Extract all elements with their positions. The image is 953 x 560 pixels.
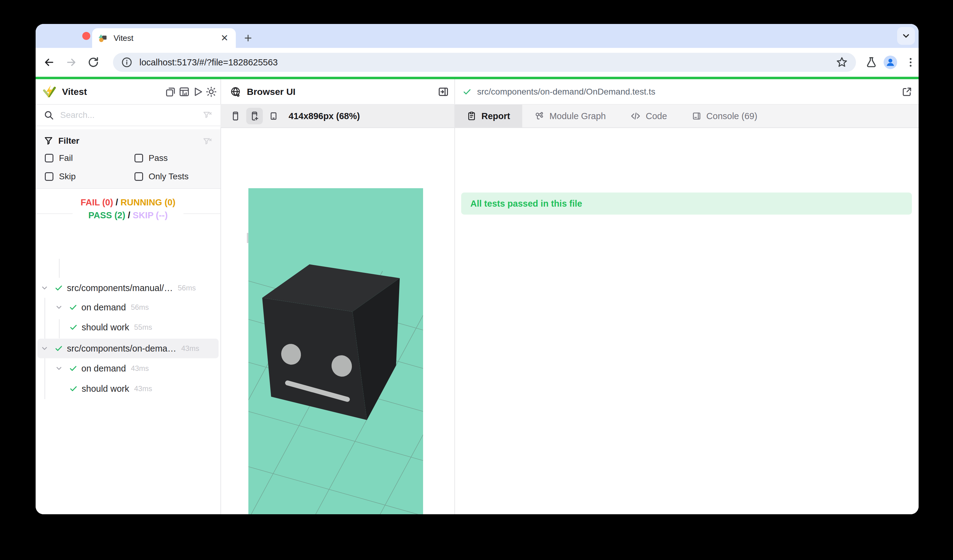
test-progress-strip xyxy=(36,77,919,79)
app-title: Vitest xyxy=(62,87,87,97)
filter-panel: Filter Fail Pass Skip xyxy=(36,129,220,189)
filter-option-fail[interactable]: Fail xyxy=(45,153,73,163)
tab-console[interactable]: Console (69) xyxy=(680,105,770,127)
pass-check-icon xyxy=(66,385,81,393)
robot-cube xyxy=(262,264,400,420)
summary-line-2: PASS (2) / SKIP (--) xyxy=(81,209,175,222)
tab-strip: Vitest ✕ xyxy=(36,24,919,48)
pass-check-icon xyxy=(66,364,80,373)
tab-report[interactable]: Report xyxy=(455,105,522,127)
sidebar-divider[interactable] xyxy=(220,79,221,514)
search-input[interactable] xyxy=(60,110,203,120)
file-pass-check-icon xyxy=(463,87,472,96)
desktop-background: Vitest ✕ xyxy=(0,0,953,560)
filter-title: Filter xyxy=(58,136,79,146)
filter-option-only-tests[interactable]: Only Tests xyxy=(135,172,188,181)
tree-file-row[interactable]: src/components/manual/… 56ms xyxy=(37,278,219,298)
viewport-size-label: 414x896px (68%) xyxy=(289,111,360,121)
filter-option-pass[interactable]: Pass xyxy=(135,153,168,163)
chevron-down-icon[interactable] xyxy=(52,365,66,372)
tree-guide-line xyxy=(59,259,60,278)
collapse-panels-icon[interactable] xyxy=(164,85,177,99)
tree-suite-row[interactable]: on demand 43ms xyxy=(37,358,219,378)
url-text[interactable]: localhost:5173/#/?file=1828625563 xyxy=(140,57,836,68)
pass-check-icon xyxy=(66,323,81,332)
device-phone-icon[interactable] xyxy=(227,108,244,124)
tree-test-row[interactable]: should work 55ms xyxy=(37,318,219,337)
open-in-editor-icon[interactable] xyxy=(900,85,914,99)
browser-ui-header: Browser UI xyxy=(220,79,455,105)
new-tab-button[interactable] xyxy=(241,31,255,45)
tree-suite-row[interactable]: on demand 56ms xyxy=(37,298,219,317)
theme-toggle-icon[interactable] xyxy=(205,85,218,99)
bookmark-star-icon[interactable] xyxy=(836,56,848,68)
only-tests-checkbox[interactable] xyxy=(135,172,143,181)
globe-icon xyxy=(230,86,241,98)
tab-module-graph[interactable]: Module Graph xyxy=(522,105,618,127)
test-file-path: src/components/on-demand/OnDemand.test.t… xyxy=(477,87,655,97)
search-row xyxy=(36,105,220,126)
browser-ui-title: Browser UI xyxy=(247,87,295,97)
vitest-ui: Vitest xyxy=(36,79,919,514)
browser-menu-icon[interactable] xyxy=(904,56,917,69)
filter-option-skip[interactable]: Skip xyxy=(45,172,76,181)
browser-window: Vitest ✕ xyxy=(36,24,919,514)
skip-checkbox[interactable] xyxy=(45,172,53,181)
tab-title: Vitest xyxy=(113,34,219,43)
vitest-logo xyxy=(42,85,56,99)
chevron-down-icon[interactable] xyxy=(37,284,51,292)
results-header: src/components/on-demand/OnDemand.test.t… xyxy=(455,79,919,105)
pass-check-icon xyxy=(51,344,66,353)
sidebar-header: Vitest xyxy=(36,79,220,105)
pass-check-icon xyxy=(51,284,66,292)
vitest-favicon xyxy=(98,33,108,43)
panel-divider[interactable] xyxy=(455,79,455,514)
open-panel-right-icon[interactable] xyxy=(436,85,450,99)
device-phone-plus-icon[interactable] xyxy=(246,108,263,124)
pass-check-icon xyxy=(66,303,80,312)
clear-filters-icon[interactable] xyxy=(203,137,213,146)
browser-preview-canvas[interactable] xyxy=(248,188,423,514)
search-icon xyxy=(43,110,54,120)
all-passed-banner: All tests passed in this file xyxy=(461,192,912,215)
chevron-down-icon[interactable] xyxy=(52,303,66,311)
dashboard-icon[interactable] xyxy=(177,85,191,99)
threejs-robot-scene xyxy=(248,188,423,514)
filter-funnel-icon xyxy=(43,136,53,146)
chevron-down-icon[interactable] xyxy=(37,344,51,352)
experiments-flask-icon[interactable] xyxy=(865,56,878,69)
summary-line-1: FAIL (0) / RUNNING (0) xyxy=(81,196,175,209)
tree-file-row-selected[interactable]: src/components/on-dema… 43ms xyxy=(37,339,219,358)
results-tabs: Report Module Graph Code Console (69) xyxy=(455,105,919,128)
pass-checkbox[interactable] xyxy=(135,154,143,163)
fail-checkbox[interactable] xyxy=(45,154,53,163)
browser-toolbar: localhost:5173/#/?file=1828625563 xyxy=(36,48,919,77)
device-toolbar: 414x896px (68%) xyxy=(220,105,455,128)
traffic-light-close[interactable] xyxy=(82,32,90,40)
back-button[interactable] xyxy=(42,56,56,69)
device-tablet-icon[interactable] xyxy=(265,108,282,124)
test-tree: src/components/manual/… 56ms on demand 5… xyxy=(36,233,220,509)
run-all-icon[interactable] xyxy=(191,85,205,99)
tab-close-icon[interactable]: ✕ xyxy=(219,32,230,44)
address-bar[interactable]: localhost:5173/#/?file=1828625563 xyxy=(113,53,856,72)
profile-avatar[interactable] xyxy=(884,56,897,69)
tab-search-button[interactable] xyxy=(897,27,915,45)
reload-button[interactable] xyxy=(87,56,100,69)
banner-text: All tests passed in this file xyxy=(470,199,582,209)
clear-search-filter-icon[interactable] xyxy=(203,110,213,120)
forward-button[interactable] xyxy=(64,56,78,69)
tree-test-row[interactable]: should work 43ms xyxy=(37,379,219,399)
tab-code[interactable]: Code xyxy=(618,105,679,127)
test-summary: FAIL (0) / RUNNING (0) PASS (2) / SKIP (… xyxy=(36,196,220,233)
browser-tab[interactable]: Vitest ✕ xyxy=(92,28,236,48)
site-info-icon[interactable] xyxy=(121,56,133,68)
